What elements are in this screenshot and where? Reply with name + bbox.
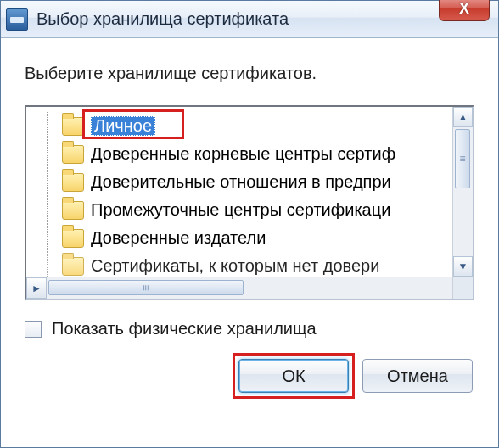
tree-item-label: Доверительные отношения в предпри: [91, 172, 391, 192]
scroll-down-button[interactable]: ▼: [453, 256, 473, 277]
tree-item[interactable]: Доверительные отношения в предпри: [26, 168, 473, 196]
tree-item-label: Сертификаты, к которым нет довери: [91, 256, 379, 276]
tree-item-label: Доверенные корневые центры сертиф: [91, 144, 395, 164]
cancel-button[interactable]: Отмена: [362, 359, 473, 393]
titlebar[interactable]: Выбор хранилища сертификата X: [1, 1, 498, 38]
tree-connector: [38, 168, 62, 196]
scroll-thumb-vertical[interactable]: [455, 129, 470, 188]
certificate-store-tree: Личное Доверенные корневые центры сертиф…: [25, 105, 474, 300]
close-button[interactable]: X: [439, 0, 490, 21]
certificate-store-dialog: Выбор хранилища сертификата X Выберите х…: [0, 0, 499, 448]
tree-item[interactable]: Доверенные издатели: [26, 224, 473, 252]
tree-item[interactable]: Доверенные корневые центры сертиф: [26, 140, 473, 168]
tree-viewport: Личное Доверенные корневые центры сертиф…: [26, 107, 473, 299]
dialog-buttons: ОК Отмена: [25, 359, 474, 393]
tree-item-label: Личное: [91, 116, 155, 136]
cancel-button-label: Отмена: [387, 367, 448, 386]
show-physical-stores-row[interactable]: Показать физические хранилища: [25, 319, 474, 339]
folder-icon: [62, 201, 84, 220]
folder-icon: [62, 173, 84, 192]
certificate-icon: [6, 8, 28, 31]
tree-connector: [38, 196, 62, 224]
tree-item-label: Промежуточные центры сертификаци: [91, 200, 390, 220]
folder-icon: [62, 257, 84, 276]
checkbox-label: Показать физические хранилища: [52, 319, 317, 339]
scrollbar-corner: [452, 277, 473, 299]
scroll-right-button[interactable]: ►: [26, 277, 47, 299]
ok-button-label: ОК: [282, 367, 305, 386]
folder-icon: [62, 145, 84, 164]
scroll-up-button[interactable]: ▲: [453, 107, 473, 127]
tree-connector: [38, 112, 62, 140]
show-physical-stores-checkbox[interactable]: [25, 321, 42, 338]
folder-icon: [62, 229, 84, 248]
window-title: Выбор хранилища сертификата: [36, 9, 289, 29]
scroll-thumb-horizontal[interactable]: [48, 280, 244, 295]
close-icon: X: [459, 0, 469, 18]
tree-item-label: Доверенные издатели: [91, 228, 266, 248]
vertical-scrollbar[interactable]: ▲ ▼: [452, 107, 473, 277]
horizontal-scrollbar[interactable]: ◄ ►: [26, 277, 452, 299]
dialog-content: Выберите хранилище сертификатов. Личное …: [1, 38, 498, 408]
folder-icon: [62, 117, 84, 136]
ok-button[interactable]: ОК: [238, 359, 349, 393]
tree-item[interactable]: Личное: [26, 112, 473, 140]
tree-connector: [38, 140, 62, 168]
tree-connector: [38, 224, 62, 252]
tree-item[interactable]: Промежуточные центры сертификаци: [26, 196, 473, 224]
instruction-text: Выберите хранилище сертификатов.: [25, 64, 474, 83]
